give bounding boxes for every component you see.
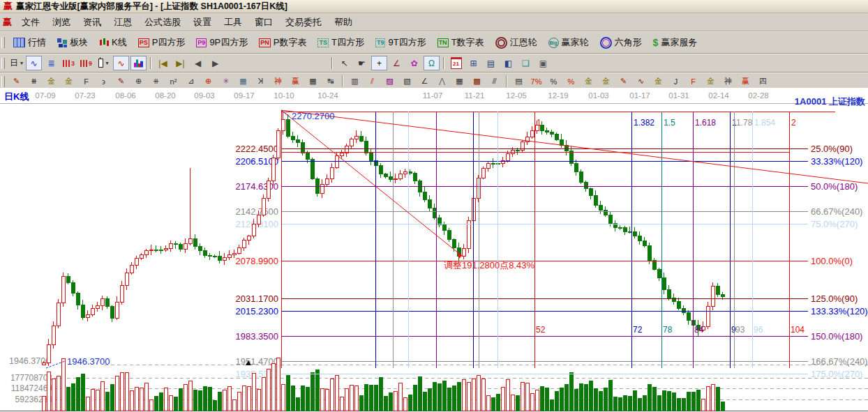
tool-shen[interactable]: 神 bbox=[270, 75, 286, 88]
tool-grid-dark[interactable]: ▦ bbox=[451, 75, 467, 88]
red-zigzag-tool[interactable]: ∿ bbox=[113, 56, 129, 70]
info-note[interactable]: ≣ bbox=[43, 56, 59, 70]
menu-item-5[interactable]: 公式选股 bbox=[138, 15, 187, 30]
tool-box-pencil[interactable]: ▨ bbox=[382, 75, 398, 88]
pointer-tool[interactable]: ↖ bbox=[336, 56, 352, 70]
tool-percent[interactable]: % bbox=[546, 75, 562, 88]
feature-button-p-square[interactable]: PSP四方形 bbox=[133, 35, 191, 50]
tool-grid-123[interactable]: ▦ bbox=[305, 75, 321, 88]
expand-diagonal-diamond[interactable] bbox=[277, 56, 293, 70]
tool-red-pencil[interactable]: ✎ bbox=[113, 75, 129, 88]
menu-item-4[interactable]: 江恩 bbox=[107, 15, 138, 30]
feature-button-t-number-table[interactable]: TNT数字表 bbox=[432, 35, 490, 50]
calculator-tool[interactable]: ⊞ bbox=[465, 56, 481, 70]
zigzag-overlay-tool[interactable]: ∿ bbox=[26, 56, 42, 70]
tool-percent-line[interactable]: % bbox=[563, 75, 579, 88]
tool-ying-line[interactable]: 赢 bbox=[738, 75, 754, 88]
shift-right-diamond[interactable] bbox=[242, 56, 258, 70]
tool-k-mark[interactable]: Ʞ bbox=[253, 75, 269, 88]
tool-candle-pencil[interactable]: ✎ bbox=[615, 75, 631, 88]
next-bar-button[interactable]: ▶ bbox=[207, 56, 223, 70]
menu-item-2[interactable]: 浏览 bbox=[46, 15, 77, 30]
nine-bar-cycle[interactable]: 9 bbox=[78, 56, 94, 70]
feature-button-kline[interactable]: K线 bbox=[93, 35, 133, 50]
tool-gold-slash[interactable]: 金 bbox=[650, 75, 666, 88]
calendar-tool[interactable]: 21 bbox=[448, 56, 464, 70]
feature-button-winner-service[interactable]: $赢家服务 bbox=[648, 35, 703, 50]
feature-button-quotes[interactable]: 行情 bbox=[8, 35, 52, 50]
tool-percent-bars[interactable]: ▤ bbox=[511, 75, 527, 88]
tool-gann-ruler[interactable]: ⧻ bbox=[26, 75, 42, 88]
menu-item-6[interactable]: 设置 bbox=[187, 15, 218, 30]
candle bbox=[389, 177, 392, 180]
goto-end-button[interactable]: ▶| bbox=[172, 56, 188, 70]
notes-tool[interactable]: ▤ bbox=[483, 56, 499, 70]
feature-button-sectors[interactable]: 板块 bbox=[52, 35, 93, 50]
pan-hand-tool[interactable]: ☛ bbox=[354, 56, 370, 70]
feature-button-t-square[interactable]: TST四方形 bbox=[312, 35, 369, 50]
brain-pattern-tool[interactable]: Ω bbox=[424, 56, 440, 70]
tool-shen-line[interactable]: 神 bbox=[720, 75, 736, 88]
menu-item-10[interactable]: 帮助 bbox=[328, 15, 359, 30]
tool-target[interactable]: ⊕ bbox=[200, 75, 216, 88]
candle-style-dropdown[interactable]: ▾ bbox=[96, 56, 112, 70]
tool-seven-percent[interactable]: 7% bbox=[528, 75, 544, 88]
menu-item-9[interactable]: 交易委托 bbox=[279, 15, 328, 30]
tool-trend-line[interactable]: ∠ bbox=[417, 75, 433, 88]
save-tool[interactable]: ◧ bbox=[500, 56, 516, 70]
app-menu-icon[interactable]: 赢 bbox=[3, 16, 12, 29]
tool-spiral[interactable]: ϶ bbox=[96, 75, 112, 88]
tool-gold-circle[interactable]: 金 bbox=[581, 75, 597, 88]
kline-chart[interactable]: 07-0907-2308-0608-2009-0309-1710-1010-24… bbox=[0, 88, 868, 412]
network-tool[interactable]: ❏ bbox=[518, 56, 534, 70]
tool-web[interactable]: ✳ bbox=[218, 75, 234, 88]
feature-button-p-number-table[interactable]: PNP数字表 bbox=[253, 35, 312, 50]
tool-box-shade[interactable]: ▧ bbox=[399, 75, 415, 88]
histogram-tool[interactable] bbox=[130, 56, 147, 70]
tool-ying[interactable]: 赢 bbox=[287, 75, 304, 88]
feature-button-9p-square[interactable]: P99P四方形 bbox=[190, 35, 253, 50]
shift-left-diamond[interactable] bbox=[225, 56, 241, 70]
tool-tick-ruler[interactable]: ⧺ bbox=[148, 75, 164, 88]
tool-j-line[interactable]: J bbox=[668, 75, 684, 88]
three-bar-cycle[interactable]: 3 bbox=[61, 56, 77, 70]
tool-wave[interactable]: ⋀ bbox=[434, 75, 450, 88]
feature-button-gann-wheel[interactable]: 江恩轮 bbox=[490, 35, 543, 50]
tool-parallel[interactable]: ⫻ bbox=[486, 75, 502, 88]
tool-gold-grid-2[interactable]: 金 bbox=[61, 75, 77, 88]
expand-horizontal-diamond[interactable] bbox=[260, 56, 276, 70]
compress-diamond[interactable] bbox=[294, 56, 310, 70]
prev-bar-button[interactable]: ◀ bbox=[190, 56, 206, 70]
tool-gold-line[interactable]: 金 bbox=[598, 75, 614, 88]
feature-button-winner-wheel[interactable]: Big赢家轮 bbox=[543, 35, 594, 50]
flower-tool[interactable]: ✿ bbox=[406, 56, 422, 70]
tool-fibo-ruler[interactable]: F bbox=[78, 75, 94, 88]
remote-tool[interactable]: ▣ bbox=[535, 56, 551, 70]
goto-start-button[interactable]: |◀ bbox=[155, 56, 171, 70]
tool-box[interactable]: ▥ bbox=[347, 75, 363, 88]
tool-n-square[interactable]: n² bbox=[165, 75, 181, 88]
tool-f-line[interactable]: F bbox=[685, 75, 701, 88]
tool-gold-grid[interactable]: 金 bbox=[43, 75, 59, 88]
menu-item-1[interactable]: 文件 bbox=[15, 15, 46, 30]
gann-percent-label: 175.0%(270) bbox=[811, 369, 862, 379]
tool-angle[interactable]: ⊿ bbox=[183, 75, 199, 88]
menu-item-7[interactable]: 工具 bbox=[218, 15, 248, 30]
tool-grid-red[interactable]: ▩ bbox=[469, 75, 485, 88]
tool-time-clock[interactable]: ⊕ bbox=[130, 75, 147, 88]
tool-brush[interactable]: ✎ bbox=[8, 75, 24, 88]
expand-all-diamond[interactable] bbox=[312, 56, 328, 70]
tool-wave-box[interactable]: ∿ bbox=[633, 75, 649, 88]
feature-button-9t-square[interactable]: T99T四方形 bbox=[370, 35, 432, 50]
crosshair-tool[interactable]: + bbox=[371, 56, 387, 70]
tool-matrix[interactable]: ▦ bbox=[235, 75, 251, 88]
tool-gold-line-2[interactable]: 金 bbox=[703, 75, 719, 88]
tool-span-arrows[interactable]: ↹ bbox=[322, 75, 338, 88]
menu-item-3[interactable]: 资讯 bbox=[77, 15, 107, 30]
angle-measure-tool[interactable]: ∠ bbox=[389, 56, 405, 70]
tool-si-line[interactable]: 四 bbox=[755, 75, 771, 88]
period-dropdown[interactable]: 日▾ bbox=[8, 56, 24, 70]
feature-button-hexagon[interactable]: 六角形 bbox=[594, 35, 648, 50]
tool-fan-lines[interactable]: ⫽ bbox=[364, 75, 380, 88]
menu-item-8[interactable]: 窗口 bbox=[248, 15, 279, 30]
